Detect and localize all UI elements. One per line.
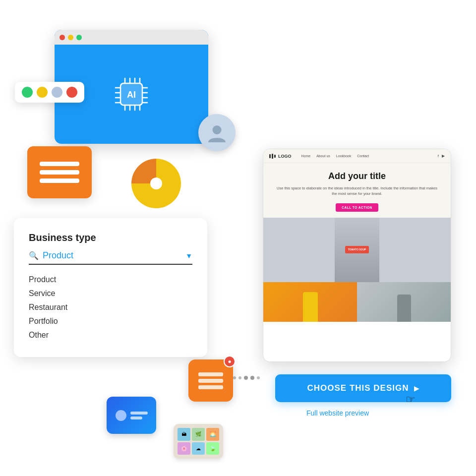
search-row[interactable]: 🔍 Product ▼ <box>29 250 192 265</box>
preview-logo: LOGO <box>269 154 292 159</box>
minimize-dot <box>68 35 73 40</box>
browser-titlebar <box>55 30 208 45</box>
choose-design-label: CHOOSE THIS DESIGN <box>307 383 409 393</box>
gallery-cell-6: 🍃 <box>206 442 219 455</box>
nav-link-contact: Contact <box>357 154 369 158</box>
connector-dot-2 <box>238 376 241 379</box>
user-avatar <box>198 114 236 151</box>
pie-chart <box>126 154 186 213</box>
thumb-yellow-bg <box>263 282 357 322</box>
preview-bottom-images <box>263 282 451 322</box>
color-dot-yellow[interactable] <box>37 87 48 98</box>
connector-dot-1 <box>233 376 236 379</box>
nav-link-home: Home <box>301 154 311 158</box>
cursor-icon: ☞ <box>406 393 416 406</box>
search-value: Product <box>43 250 185 261</box>
notif-line-2 <box>198 379 223 383</box>
list-item[interactable]: Portfolio <box>29 314 192 328</box>
dotted-connector <box>233 376 260 380</box>
list-item[interactable]: Product <box>29 273 192 287</box>
choose-design-arrow-icon: ▶ <box>414 384 419 392</box>
gallery-cell-5: ☁ <box>192 442 205 455</box>
gallery-icon: 🏔 🌿 🌅 🌸 ☁ 🍃 <box>174 424 223 459</box>
connector-dot-5 <box>257 376 260 379</box>
tomato-soup-label: TOMATO SOUP <box>345 246 369 253</box>
website-preview-panel: LOGO Home About us Lookbook Contact f ▶ … <box>263 149 451 362</box>
business-type-panel: Business type 🔍 Product ▼ Product Servic… <box>14 218 207 357</box>
full-preview-label: Full website preview <box>306 409 369 417</box>
blue-card-avatar <box>116 410 126 421</box>
gallery-cell-3: 🌅 <box>206 428 219 441</box>
dropdown-list: Product Service Restaurant Portfolio Oth… <box>29 273 192 342</box>
full-preview-link[interactable]: Full website preview <box>306 409 369 417</box>
svg-text:AI: AI <box>127 90 136 100</box>
notif-line-3 <box>198 385 223 389</box>
notif-line-1 <box>198 372 223 376</box>
doc-line-3 <box>40 178 79 183</box>
gallery-cell-2: 🌿 <box>192 428 205 441</box>
svg-point-19 <box>213 125 222 134</box>
nav-link-lookbook: Lookbook <box>336 154 351 158</box>
preview-hero-subtitle: Use this space to elaborate on the ideas… <box>275 185 439 197</box>
preview-hero-section: Add your title Use this space to elabora… <box>263 163 451 218</box>
blue-line-2 <box>130 416 142 419</box>
color-palette-panel[interactable] <box>15 82 84 103</box>
business-type-title: Business type <box>29 232 192 243</box>
dropdown-arrow-icon[interactable]: ▼ <box>185 252 192 260</box>
preview-hero-title: Add your title <box>275 171 439 181</box>
thumb-figure-yellow <box>303 292 318 322</box>
list-item[interactable]: Restaurant <box>29 300 192 314</box>
thumb-dark <box>357 282 451 322</box>
gallery-cell-1: 🏔 <box>178 428 190 441</box>
notification-badge: ● <box>224 356 236 367</box>
preview-nav-social: f ▶ <box>438 154 445 158</box>
social-facebook: f <box>438 154 439 158</box>
notification-icon: ● <box>188 359 233 402</box>
color-dot-green[interactable] <box>22 87 33 98</box>
preview-model-image: TOMATO SOUP <box>335 218 379 282</box>
search-icon: 🔍 <box>29 251 39 260</box>
choose-design-button[interactable]: CHOOSE THIS DESIGN ▶ ☞ <box>275 374 451 402</box>
blue-card-icon <box>107 397 156 434</box>
close-dot <box>60 35 65 40</box>
color-dot-red[interactable] <box>66 87 77 98</box>
list-item[interactable]: Other <box>29 328 192 342</box>
preview-cta-button: CALL TO ACTION <box>336 203 378 212</box>
gallery-cell-4: 🌸 <box>178 442 190 455</box>
doc-line-2 <box>40 170 79 175</box>
svg-point-18 <box>150 178 162 189</box>
preview-logo-text: LOGO <box>278 154 292 159</box>
thumb-dark-bg <box>357 282 451 322</box>
expand-dot <box>76 35 82 40</box>
orange-document-icon <box>27 146 92 198</box>
social-twitter: ▶ <box>442 154 445 158</box>
connector-dot-3 <box>244 376 248 380</box>
ai-chip-icon: AI <box>107 69 156 119</box>
thumb-yellow <box>263 282 357 322</box>
doc-line-1 <box>40 162 79 166</box>
list-item[interactable]: Service <box>29 287 192 300</box>
preview-image-area: TOMATO SOUP <box>263 218 451 282</box>
blue-line-1 <box>130 412 148 415</box>
blue-card-lines <box>130 412 148 419</box>
nav-link-about: About us <box>316 154 330 158</box>
preview-navbar: LOGO Home About us Lookbook Contact f ▶ <box>263 149 451 163</box>
color-dot-blue[interactable] <box>52 87 62 98</box>
connector-dot-4 <box>250 376 254 380</box>
preview-nav-links: Home About us Lookbook Contact <box>301 154 428 158</box>
thumb-figure-dark <box>397 295 411 322</box>
notif-doc-lines <box>198 372 223 389</box>
